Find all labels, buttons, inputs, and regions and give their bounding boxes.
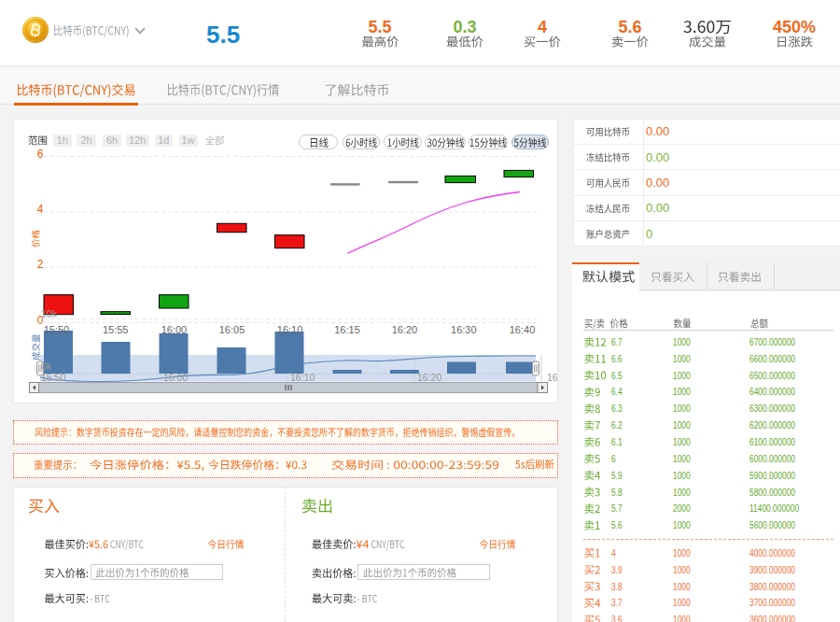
svg-text:6: 6 — [37, 148, 44, 161]
svg-text:0k: 0k — [41, 360, 52, 372]
svg-text:15:50: 15:50 — [44, 324, 70, 335]
svg-text:16:00: 16:00 — [161, 324, 188, 335]
svg-text:4: 4 — [37, 203, 44, 216]
svg-text:2: 2 — [37, 258, 44, 271]
svg-text:16:15: 16:15 — [334, 324, 360, 335]
svg-text:16:20: 16:20 — [392, 324, 418, 335]
svg-text:15:50: 15:50 — [41, 372, 65, 383]
svg-text:16:10: 16:10 — [290, 372, 315, 383]
svg-text:15:55: 15:55 — [103, 324, 129, 335]
svg-text:16:40: 16:40 — [547, 372, 557, 383]
svg-text:16:20: 16:20 — [417, 372, 441, 383]
svg-text:16:10: 16:10 — [277, 324, 303, 335]
svg-text:16:40: 16:40 — [510, 324, 536, 335]
svg-text:10k: 10k — [41, 308, 58, 319]
svg-text:16:00: 16:00 — [163, 372, 188, 383]
svg-text:16:05: 16:05 — [219, 324, 245, 335]
svg-text:16:30: 16:30 — [451, 324, 477, 335]
